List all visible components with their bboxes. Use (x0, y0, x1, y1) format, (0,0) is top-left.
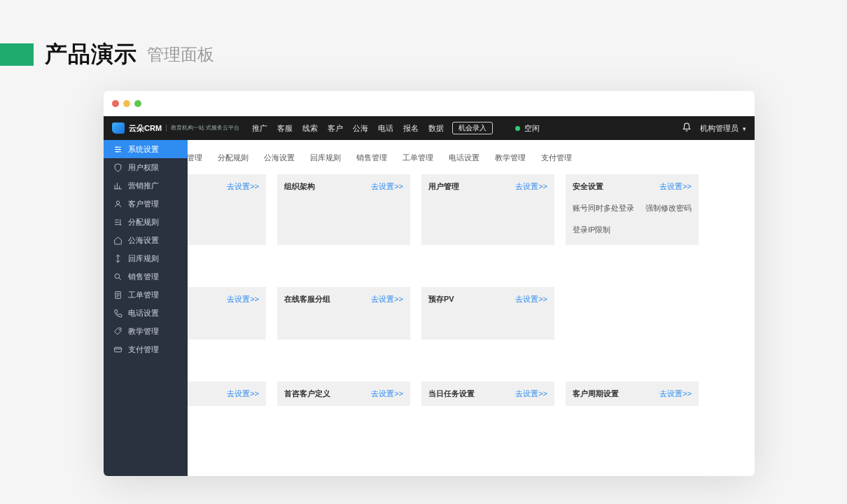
card-title: 在线客服分组 (284, 295, 330, 303)
top-nav-item[interactable]: 推广 (252, 123, 267, 134)
sidebar-item-2[interactable]: 营销推广 (104, 176, 188, 195)
tab[interactable]: 销售管理 (349, 148, 395, 167)
user-label: 机构管理员 (700, 124, 738, 132)
sidebar-item-label: 回库规则 (128, 253, 159, 264)
svg-rect-7 (115, 347, 122, 352)
go-settings-link[interactable]: 去设置>> (515, 294, 547, 304)
card-icon (113, 345, 122, 354)
brand-tagline: 教育机构一站 式服务云平台 (166, 125, 239, 132)
chart-icon (113, 181, 122, 190)
tab[interactable]: 公海设置 (256, 148, 302, 167)
go-settings-link[interactable]: 去设置>> (227, 388, 259, 399)
sidebar-item-1[interactable]: 用户权限 (104, 158, 188, 176)
top-nav-item[interactable]: 公海 (353, 123, 368, 134)
settings-card: 去设置>> (188, 287, 266, 340)
top-nav-item[interactable]: 线索 (302, 123, 318, 134)
card-row: 去设置>> 首咨客户定义 去设置>> 当日任务设置 去设置>> 客户周期设置 去… (188, 382, 745, 406)
sidebar-item-6[interactable]: 回库规则 (104, 249, 188, 267)
svg-point-3 (116, 201, 119, 204)
window-max-dot[interactable] (134, 100, 141, 107)
card-title: 首咨客户定义 (284, 389, 330, 398)
page-subtitle: 管理面板 (147, 43, 214, 66)
top-nav-item[interactable]: 客服 (277, 123, 293, 134)
card-body: 账号同时多处登录 强制修改密码 登录IP限制 (573, 203, 692, 235)
sidebar-item-label: 销售管理 (128, 272, 159, 282)
tab[interactable]: 电话设置 (441, 148, 487, 167)
svg-point-0 (115, 146, 117, 148)
top-nav-item[interactable]: 数据 (428, 123, 444, 134)
go-settings-link[interactable]: 去设置>> (515, 181, 547, 192)
svg-point-4 (115, 274, 120, 279)
tab[interactable]: 支付管理 (533, 148, 580, 167)
security-option[interactable]: 账号同时多处登录 (573, 203, 634, 214)
page-header: 产品演示 管理面板 (0, 0, 847, 91)
brand-logo[interactable]: 云朵CRM 教育机构一站 式服务云平台 (112, 122, 239, 134)
brand-name: 云朵CRM (129, 123, 162, 134)
sidebar-item-10[interactable]: 教学管理 (104, 322, 188, 340)
top-nav-item[interactable]: 客户 (328, 123, 343, 134)
security-option[interactable]: 强制修改密码 (645, 203, 692, 214)
record-entry-button[interactable]: 机会录入 (452, 122, 493, 134)
card-title: 客户周期设置 (573, 389, 619, 398)
top-nav: 推广 客服 线索 客户 公海 电话 报名 数据 (252, 123, 444, 134)
tag-icon (113, 327, 122, 336)
sidebar-item-0[interactable]: 系统设置 (104, 140, 188, 158)
go-settings-link[interactable]: 去设置>> (371, 181, 403, 192)
settings-card-security: 安全设置 去设置>> 账号同时多处登录 强制修改密码 登录IP限制 (566, 174, 699, 245)
window-chrome (104, 91, 755, 116)
accent-block (0, 43, 34, 66)
sidebar-item-9[interactable]: 电话设置 (104, 304, 188, 322)
sidebar-item-11[interactable]: 支付管理 (104, 340, 188, 358)
card-title: 预存PV (428, 295, 454, 303)
bell-icon[interactable] (682, 122, 692, 134)
svg-point-6 (119, 329, 120, 330)
settings-card: 去设置>> (188, 174, 266, 245)
top-nav-item[interactable]: 报名 (403, 123, 419, 134)
go-settings-link[interactable]: 去设置>> (227, 294, 259, 304)
user-menu[interactable]: 机构管理员 ▾ (700, 123, 746, 134)
home-icon (113, 236, 122, 245)
settings-card: 用户管理 去设置>> (421, 174, 554, 245)
sidebar-item-7[interactable]: 销售管理 (104, 267, 188, 286)
card-title: 组织架构 (284, 182, 315, 190)
top-nav-item[interactable]: 电话 (378, 123, 393, 134)
settings-card: 预存PV 去设置>> (421, 287, 554, 340)
tab[interactable]: 工单管理 (395, 148, 441, 167)
sidebar-item-label: 分配规则 (128, 217, 159, 227)
go-settings-link[interactable]: 去设置>> (227, 181, 259, 192)
tab[interactable]: 回库规则 (302, 148, 349, 167)
chevron-down-icon: ▾ (743, 125, 746, 132)
settings-tabs: 推广 客户管理 分配规则 公海设置 回库规则 销售管理 工单管理 电话设置 教学… (188, 140, 755, 167)
sidebar-item-label: 系统设置 (128, 144, 159, 155)
sidebar-item-5[interactable]: 公海设置 (104, 231, 188, 249)
sidebar-item-label: 营销推广 (128, 181, 159, 191)
top-bar: 云朵CRM 教育机构一站 式服务云平台 推广 客服 线索 客户 公海 电话 报名… (104, 116, 755, 140)
sidebar-item-4[interactable]: 分配规则 (104, 213, 188, 231)
doc-icon (113, 290, 122, 300)
card-row: 去设置>> 在线客服分组 去设置>> 预存PV 去设置>> (188, 287, 745, 340)
go-settings-link[interactable]: 去设置>> (371, 388, 403, 399)
tab[interactable]: 客户管理 (188, 148, 210, 167)
search-user-icon (113, 272, 122, 281)
settings-card: 首咨客户定义 去设置>> (277, 382, 410, 406)
window-close-dot[interactable] (112, 100, 119, 107)
go-settings-link[interactable]: 去设置>> (371, 294, 403, 304)
tab[interactable]: 教学管理 (487, 148, 533, 167)
svg-point-2 (116, 150, 118, 152)
security-option[interactable]: 登录IP限制 (573, 225, 610, 235)
status-indicator[interactable]: 空闲 (515, 123, 540, 134)
settings-card: 组织架构 去设置>> (277, 174, 410, 245)
go-settings-link[interactable]: 去设置>> (659, 388, 692, 399)
content-area: 推广 客户管理 分配规则 公海设置 回库规则 销售管理 工单管理 电话设置 教学… (188, 140, 755, 476)
sidebar-item-8[interactable]: 工单管理 (104, 286, 188, 304)
status-label: 空闲 (524, 124, 540, 132)
go-settings-link[interactable]: 去设置>> (659, 181, 692, 192)
card-title: 当日任务设置 (428, 389, 475, 398)
tab[interactable]: 分配规则 (210, 148, 256, 167)
settings-card: 客户周期设置 去设置>> (566, 382, 699, 406)
sidebar-item-label: 教学管理 (128, 326, 159, 337)
window-min-dot[interactable] (123, 100, 130, 107)
sidebar-item-3[interactable]: 客户管理 (104, 195, 188, 213)
logo-icon (112, 122, 125, 134)
go-settings-link[interactable]: 去设置>> (515, 388, 547, 399)
